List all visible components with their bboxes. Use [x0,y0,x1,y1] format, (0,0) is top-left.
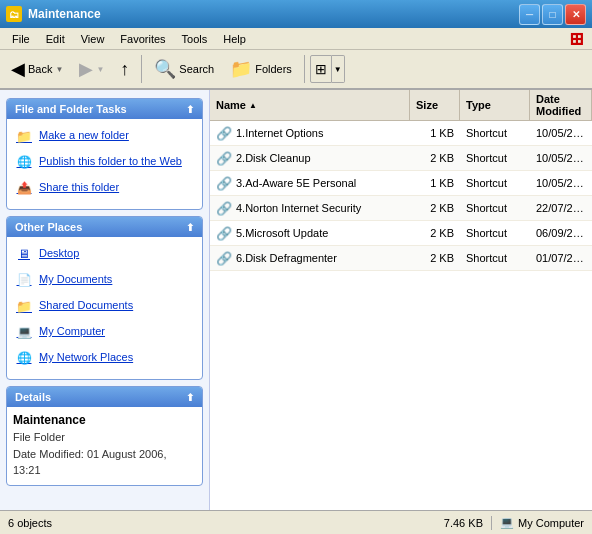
shared-documents-link[interactable]: 📁 Shared Documents [13,295,196,319]
table-row[interactable]: 🔗 4.Norton Internet Security 2 KB Shortc… [210,196,592,221]
share-icon: 📤 [15,180,33,198]
file-size-cell: 2 KB [410,250,460,266]
toolbar-separator-1 [141,55,142,83]
views-control: ⊞ ▼ [310,55,345,83]
up-icon: ↑ [120,59,129,80]
col-type-header[interactable]: Type [460,90,530,120]
file-date-cell: 06/09/2005 22:14 [530,225,592,241]
other-places-header: Other Places ⬆ [7,217,202,237]
title-bar: 🗂 Maintenance ─ □ ✕ [0,0,592,28]
search-button[interactable]: 🔍 Search [147,53,221,85]
folders-icon: 📁 [230,58,252,80]
table-row[interactable]: 🔗 3.Ad-Aware 5E Personal 1 KB Shortcut 1… [210,171,592,196]
file-name-cell: 🔗 1.Internet Options [210,123,410,143]
forward-button[interactable]: ▶ ▼ [72,53,111,85]
file-name-text: 1.Internet Options [236,127,323,139]
file-name-text: 3.Ad-Aware 5E Personal [236,177,356,189]
file-date-cell: 22/07/2006 10:23 [530,200,592,216]
file-name-cell: 🔗 6.Disk Defragmenter [210,248,410,268]
close-button[interactable]: ✕ [565,4,586,25]
menu-view[interactable]: View [73,31,113,47]
status-location: 💻 My Computer [500,516,584,529]
table-row[interactable]: 🔗 2.Disk Cleanup 2 KB Shortcut 10/05/200… [210,146,592,171]
views-button[interactable]: ⊞ [310,55,332,83]
file-name-text: 6.Disk Defragmenter [236,252,337,264]
file-icon: 🔗 [216,225,232,241]
network-places-icon: 🌐 [15,350,33,368]
file-name-text: 4.Norton Internet Security [236,202,361,214]
file-icon: 🔗 [216,175,232,191]
minimize-button[interactable]: ─ [519,4,540,25]
col-size-header[interactable]: Size [410,90,460,120]
details-header: Details ⬆ [7,387,202,407]
file-name-cell: 🔗 5.Microsoft Update [210,223,410,243]
desktop-icon: 🖥 [15,246,33,264]
back-icon: ◀ [11,58,25,80]
file-name-cell: 🔗 4.Norton Internet Security [210,198,410,218]
file-type-cell: Shortcut [460,250,530,266]
file-type-cell: Shortcut [460,125,530,141]
my-network-places-link[interactable]: 🌐 My Network Places [13,347,196,371]
back-button[interactable]: ◀ Back ▼ [4,53,70,85]
status-computer-icon: 💻 [500,516,514,529]
desktop-link[interactable]: 🖥 Desktop [13,243,196,267]
make-new-folder-link[interactable]: 📁 Make a new folder [13,125,196,149]
sort-arrow-icon: ▲ [249,101,257,110]
title-bar-title: Maintenance [28,7,519,21]
file-type-cell: Shortcut [460,150,530,166]
file-icon: 🔗 [216,125,232,141]
folders-button[interactable]: 📁 Folders [223,53,299,85]
up-button[interactable]: ↑ [113,53,136,85]
maximize-button[interactable]: □ [542,4,563,25]
file-date-cell: 10/05/2006 22:45 [530,175,592,191]
my-computer-icon: 💻 [15,324,33,342]
views-dropdown-button[interactable]: ▼ [332,55,345,83]
table-row[interactable]: 🔗 6.Disk Defragmenter 2 KB Shortcut 01/0… [210,246,592,271]
menu-file[interactable]: File [4,31,38,47]
file-list: Name ▲ Size Type Date Modified 🔗 1.Inter… [210,90,592,510]
make-folder-icon: 📁 [15,128,33,146]
toolbar: ◀ Back ▼ ▶ ▼ ↑ 🔍 Search 📁 Folders ⊞ ▼ [0,50,592,90]
menu-tools[interactable]: Tools [174,31,216,47]
my-computer-link[interactable]: 💻 My Computer [13,321,196,345]
file-icon: 🔗 [216,200,232,216]
my-documents-link[interactable]: 📄 My Documents [13,269,196,293]
other-places-body: 🖥 Desktop 📄 My Documents 📁 Shared Docume… [7,237,202,379]
file-name-cell: 🔗 3.Ad-Aware 5E Personal [210,173,410,193]
file-type-cell: Shortcut [460,200,530,216]
collapse-tasks-button[interactable]: ⬆ [186,104,194,115]
collapse-places-button[interactable]: ⬆ [186,222,194,233]
details-panel: Details ⬆ Maintenance File Folder Date M… [6,386,203,486]
status-size: 7.46 KB [444,517,483,529]
file-folder-tasks-panel: File and Folder Tasks ⬆ 📁 Make a new fol… [6,98,203,210]
toolbar-separator-2 [304,55,305,83]
shared-documents-icon: 📁 [15,298,33,316]
table-row[interactable]: 🔗 1.Internet Options 1 KB Shortcut 10/05… [210,121,592,146]
title-bar-icon: 🗂 [6,6,22,22]
my-documents-icon: 📄 [15,272,33,290]
table-row[interactable]: 🔗 5.Microsoft Update 2 KB Shortcut 06/09… [210,221,592,246]
col-name-header[interactable]: Name ▲ [210,90,410,120]
file-name-cell: 🔗 2.Disk Cleanup [210,148,410,168]
menu-favorites[interactable]: Favorites [112,31,173,47]
menu-edit[interactable]: Edit [38,31,73,47]
forward-icon: ▶ [79,58,93,80]
col-date-header[interactable]: Date Modified [530,90,592,120]
publish-folder-link[interactable]: 🌐 Publish this folder to the Web [13,151,196,175]
file-date-cell: 10/05/2006 22:40 [530,150,592,166]
collapse-details-button[interactable]: ⬆ [186,392,194,403]
search-icon: 🔍 [154,58,176,80]
file-date-cell: 01/07/2005 20:07 [530,250,592,266]
windows-logo: ⊞ [569,28,584,50]
menu-help[interactable]: Help [215,31,254,47]
share-folder-link[interactable]: 📤 Share this folder [13,177,196,201]
status-separator [491,516,492,530]
file-folder-tasks-body: 📁 Make a new folder 🌐 Publish this folde… [7,119,202,209]
views-icon: ⊞ [315,61,327,77]
file-type-cell: Shortcut [460,175,530,191]
file-icon: 🔗 [216,150,232,166]
file-size-cell: 1 KB [410,125,460,141]
file-size-cell: 2 KB [410,225,460,241]
publish-icon: 🌐 [15,154,33,172]
file-name-text: 2.Disk Cleanup [236,152,311,164]
